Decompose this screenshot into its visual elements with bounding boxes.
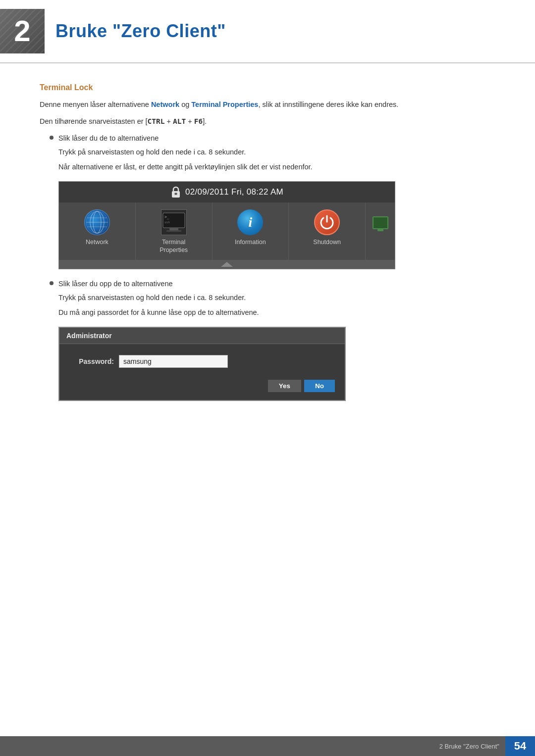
admin-dialog-title: Administrator (59, 328, 345, 344)
para2-start: Den tilhørende snarveistasten er [ (40, 117, 148, 125)
toolbar-icons-row: Network >_ ssh Terminal Properties (59, 202, 395, 260)
password-row: Password: (69, 355, 335, 368)
bullet2-sub1: Trykk på snarveistasten og hold den nede… (58, 292, 495, 304)
para1-start: Denne menyen låser alternativene (40, 101, 151, 108)
toolbar-item-monitor (365, 202, 395, 260)
svg-text:ssh: ssh (164, 220, 170, 224)
svg-point-3 (93, 211, 101, 233)
bullet1-sub1: Trykk på snarveistasten og hold den nede… (58, 147, 495, 158)
toolbar-label-shutdown: Shutdown (313, 238, 341, 246)
info-icon: i (237, 209, 263, 235)
para2-plus2: + (186, 117, 194, 125)
footer-text: 2 Bruke "Zero Client" (439, 743, 499, 750)
para1-end: , slik at innstillingene deres ikke kan … (258, 101, 398, 108)
svg-marker-13 (221, 262, 233, 267)
toolbar-label-information: Information (235, 238, 266, 246)
para2-ctrl: CTRL (148, 117, 165, 125)
svg-point-4 (90, 211, 104, 233)
toolbar-item-shutdown: Shutdown (288, 202, 365, 260)
lock-icon (170, 186, 181, 199)
toolbar-item-network: Network (59, 202, 135, 260)
monitor-icon (373, 216, 388, 229)
toolbar-arrow (59, 260, 395, 269)
page-number: 54 (505, 736, 535, 756)
chapter-number-box: 2 (0, 9, 45, 53)
bullet1-sub2: Når alternativene er låst, er dette angi… (58, 161, 495, 173)
para2-end: ]. (203, 117, 207, 125)
bullet-item-2: Slik låser du opp de to alternativene (50, 278, 495, 290)
bullet-section-1: Slik låser du de to alternativene Trykk … (50, 133, 495, 269)
password-input[interactable] (119, 355, 228, 368)
svg-point-2 (86, 211, 108, 233)
para1-terminal: Terminal Properties (191, 101, 258, 108)
main-content: Terminal Lock Denne menyen låser alterna… (0, 63, 535, 450)
bullet-text-2: Slik låser du opp de to alternativene (58, 278, 173, 290)
bullet-text-1: Slik låser du de to alternativene (58, 133, 159, 145)
toolbar-screenshot: 02/09/2011 Fri, 08:22 AM (58, 181, 395, 270)
bullet-dot-1 (50, 136, 54, 140)
svg-rect-11 (169, 228, 178, 230)
toolbar-topbar: 02/09/2011 Fri, 08:22 AM (59, 182, 395, 202)
network-icon (84, 209, 110, 235)
paragraph-2: Den tilhørende snarveistasten er [CTRL +… (40, 116, 495, 128)
svg-text:>_: >_ (164, 215, 169, 219)
toolbar-item-terminal: >_ ssh Terminal Properties (135, 202, 212, 260)
para2-plus1: + (165, 117, 173, 125)
shutdown-icon (314, 209, 340, 235)
toolbar-item-information: i Information (212, 202, 289, 260)
yes-button[interactable]: Yes (268, 380, 301, 392)
toolbar-label-network: Network (86, 238, 108, 246)
toolbar-label-terminal: Terminal Properties (160, 238, 188, 254)
svg-rect-12 (166, 230, 181, 232)
bullet2-sub2: Du må angi passordet for å kunne låse op… (58, 307, 495, 319)
admin-dialog-body: Password: Yes No (59, 344, 345, 400)
para2-f6: F6 (194, 117, 203, 125)
no-button[interactable]: No (304, 380, 335, 392)
chapter-header: 2 Bruke "Zero Client" (0, 0, 535, 63)
bullet-dot-2 (50, 281, 54, 285)
section-title: Terminal Lock (40, 83, 495, 92)
chapter-number: 2 (14, 16, 30, 46)
password-label: Password: (69, 357, 114, 365)
para1-mid: og (179, 101, 191, 108)
bullet-section-2: Slik låser du opp de to alternativene Tr… (50, 278, 495, 401)
terminal-icon: >_ ssh (161, 209, 187, 235)
dialog-buttons: Yes No (69, 378, 335, 392)
admin-dialog: Administrator Password: Yes No (58, 327, 346, 401)
bullet-item-1: Slik låser du de to alternativene (50, 133, 495, 145)
svg-rect-1 (174, 193, 177, 195)
chapter-title: Bruke "Zero Client" (55, 21, 226, 42)
page-footer: 2 Bruke "Zero Client" 54 (0, 736, 535, 756)
paragraph-1: Denne menyen låser alternativene Network… (40, 99, 495, 111)
toolbar-datetime: 02/09/2011 Fri, 08:22 AM (185, 187, 283, 197)
para1-network: Network (151, 101, 179, 108)
para2-alt: ALT (173, 117, 186, 125)
